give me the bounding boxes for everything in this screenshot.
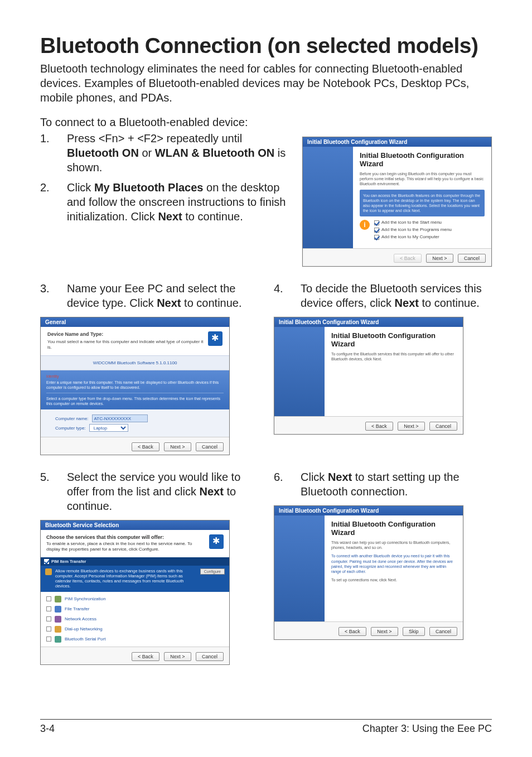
wizard3-group: Device Name and Type: [47, 331, 204, 338]
cancel-button[interactable]: Cancel [196, 442, 224, 451]
step-5-number: 5. [40, 470, 67, 513]
computer-name-input[interactable] [92, 414, 148, 422]
wizard4-sidebar-image [274, 327, 325, 416]
wizard1-titlebar: Initial Bluetooth Configuration Wizard [303, 137, 491, 147]
service-item[interactable]: Network Access [46, 614, 224, 624]
computer-type-select[interactable]: Laptop [89, 424, 128, 432]
configure-button[interactable]: Configure [200, 568, 225, 575]
wizard5-service-list: PIM Synchronization File Transfer Networ… [41, 592, 229, 647]
back-button[interactable]: < Back [338, 627, 366, 636]
step-list: 1. Press <Fn> + <F2> repeatedly until Bl… [40, 131, 287, 224]
step-4-number: 4. [274, 281, 301, 310]
col-step3: 3. Name your Eee PC and select the devic… [40, 281, 258, 455]
next-button[interactable]: Next > [164, 652, 191, 661]
wizard6-sidebar-image [274, 515, 325, 621]
step-2-text: Click My Bluetooth Places on the desktop… [67, 180, 287, 224]
next-button[interactable]: Next > [371, 627, 398, 636]
wizard3-version: WIDCOMM Bluetooth Software 5.1.0.1100 [41, 355, 229, 370]
checkbox-icon[interactable] [44, 559, 49, 564]
service-item[interactable]: PIM Synchronization [46, 594, 224, 604]
wizard5-titlebar: Bluetooth Service Selection [41, 520, 229, 530]
checkbox-icon[interactable] [46, 616, 51, 621]
wizard1-check2[interactable]: Add the icon to the Programs menu [374, 227, 485, 233]
info-icon: i [360, 220, 370, 230]
step-4: 4. To decide the Bluetooth services this… [274, 281, 492, 310]
wizard5-desc: To enable a service, place a check in th… [46, 541, 205, 553]
step-1-text: Press <Fn> + <F2> repeatedly until Bluet… [67, 131, 287, 175]
checkbox-icon[interactable] [46, 596, 51, 601]
step-2-number: 2. [40, 180, 67, 224]
wizard1-buttons: < Back Next > Cancel [303, 248, 491, 266]
checkbox-icon[interactable] [374, 220, 379, 225]
top-row: 1. Press <Fn> + <F2> repeatedly until Bl… [40, 131, 492, 267]
back-button[interactable]: < Back [394, 254, 422, 263]
cancel-button[interactable]: Cancel [458, 254, 486, 263]
step-6-number: 6. [274, 470, 301, 499]
computer-type-field: Computer type: Laptop [55, 424, 215, 432]
step-3-number: 3. [40, 281, 67, 310]
bluetooth-icon [208, 331, 223, 346]
next-button[interactable]: Next > [398, 422, 424, 431]
wizard5-subhead: Choose the services that this computer w… [46, 534, 205, 541]
back-button[interactable]: < Back [132, 652, 159, 661]
wizard3-desc: You must select a name for this computer… [47, 339, 204, 351]
page-number: 3-4 [40, 723, 55, 735]
step-5: 5. Select the service you would like to … [40, 470, 258, 513]
wizard6-buttons: < Back Next > Skip Cancel [274, 621, 463, 639]
wizard6-titlebar: Initial Bluetooth Configuration Wizard [274, 506, 463, 515]
cancel-button[interactable]: Cancel [429, 627, 457, 636]
wizard4-heading: Initial Bluetooth Configuration Wizard [331, 331, 456, 348]
wizard5-buttons: < Back Next > Cancel [41, 647, 229, 664]
step-4-text: To decide the Bluetooth services this de… [301, 281, 492, 310]
cancel-button[interactable]: Cancel [429, 422, 457, 431]
wizard3-titlebar: General [41, 317, 229, 327]
step-3: 3. Name your Eee PC and select the devic… [40, 281, 258, 310]
back-button[interactable]: < Back [132, 442, 159, 451]
skip-button[interactable]: Skip [403, 627, 425, 636]
step-6: 6. Click Next to start setting up the Bl… [274, 470, 492, 499]
wizard1-sidebar-image [303, 147, 353, 249]
col-step4: 4. To decide the Bluetooth services this… [274, 281, 492, 455]
wizard1-bluebox: You can access the Bluetooth features on… [360, 190, 485, 216]
wizard1-check3[interactable]: Add the icon to My Computer [374, 234, 485, 240]
wizard1-check1[interactable]: Add the icon to the Start menu [374, 220, 485, 225]
wizard6-window: Initial Bluetooth Configuration Wizard I… [274, 505, 463, 640]
wizard4-buttons: < Back Next > Cancel [274, 416, 463, 434]
service-item[interactable]: File Transfer [46, 604, 224, 614]
service-icon [45, 568, 52, 575]
next-button[interactable]: Next > [164, 442, 191, 451]
service-item[interactable]: Bluetooth Serial Port [46, 634, 224, 644]
step-1-number: 1. [40, 131, 67, 175]
next-button[interactable]: Next > [426, 254, 453, 263]
page: Bluetooth Connection (on selected models… [0, 0, 532, 757]
wizard3-window: General Device Name and Type: You must s… [40, 317, 230, 455]
service-icon [55, 596, 61, 602]
checkbox-icon[interactable] [46, 626, 51, 631]
wizard6-p3: To set up connections now, click Next. [331, 577, 456, 582]
lead-line: To connect to a Bluetooth-enabled device… [40, 116, 492, 129]
computer-name-field: Computer name: [55, 414, 215, 422]
wizard6-p2: To connect with another Bluetooth device… [331, 553, 456, 573]
service-icon [55, 626, 61, 633]
wizard5-window: Bluetooth Service Selection Choose the s… [40, 520, 230, 664]
wizard-screenshot-1: Initial Bluetooth Configuration Wizard I… [302, 131, 492, 267]
wizard3-buttons: < Back Next > Cancel [41, 437, 229, 455]
service-item[interactable]: Dial-up Networking [46, 624, 224, 634]
wizard1-heading: Initial Bluetooth Configuration Wizard [360, 151, 485, 168]
chapter-label: Chapter 3: Using the Eee PC [362, 723, 492, 735]
checkbox-icon[interactable] [46, 606, 51, 611]
checkbox-icon[interactable] [374, 228, 379, 233]
wizard4-paragraph: To configure the Bluetooth services that… [331, 351, 456, 361]
checkbox-icon[interactable] [374, 235, 379, 240]
wizard6-heading: Initial Bluetooth Configuration Wizard [331, 520, 456, 537]
service-icon [55, 606, 61, 613]
checkbox-icon[interactable] [46, 637, 51, 642]
step-5-text: Select the service you would like to off… [67, 470, 258, 513]
back-button[interactable]: < Back [365, 422, 393, 431]
cancel-button[interactable]: Cancel [196, 652, 224, 661]
wizard1-window: Initial Bluetooth Configuration Wizard I… [302, 137, 492, 267]
col-step5: 5. Select the service you would like to … [40, 470, 258, 664]
page-footer: 3-4 Chapter 3: Using the Eee PC [40, 719, 492, 735]
wizard6-p1: This wizard can help you set up connecti… [331, 540, 456, 550]
wizard1-paragraph: Before you can begin using Bluetooth on … [360, 171, 485, 186]
